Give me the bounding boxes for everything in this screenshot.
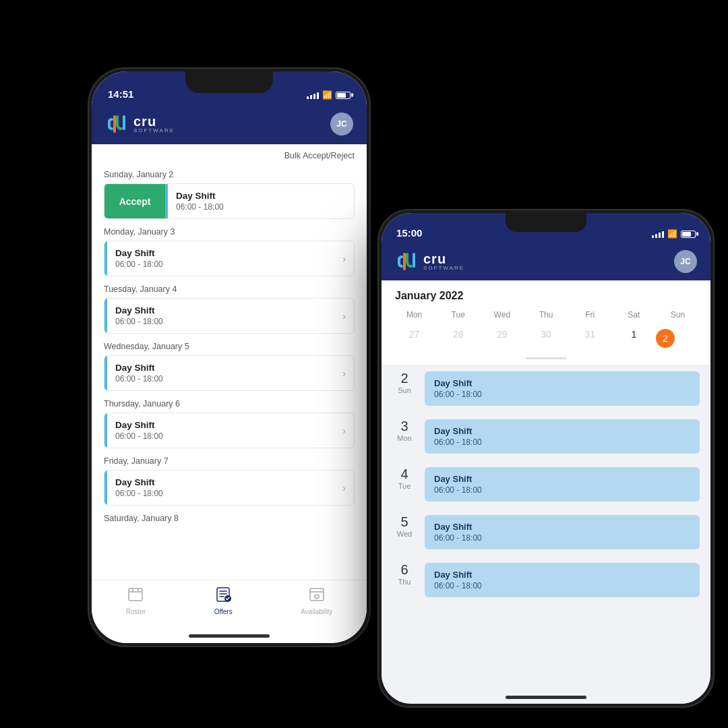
shift-name-1: Day Shift [115,248,334,258]
weekday-sat: Sat [612,307,656,322]
scroll-content-1: Bulk Accept/Reject Sunday, January 2 Acc… [92,144,367,580]
shift-name-2: Day Shift [115,305,334,315]
shift-card-5-0[interactable]: Day Shift 06:00 - 18:00 › [104,470,355,506]
signal-bars-2 [652,230,664,238]
agenda-date-day-3: Wed [392,530,417,538]
tab-offers-label: Offers [214,608,233,615]
shift-time-1: 06:00 - 18:00 [115,260,334,269]
shift-card-1-0[interactable]: Day Shift 06:00 - 18:00 › [104,241,355,276]
agenda-date-num-3: 5 [392,515,417,528]
signal-bar [307,96,309,99]
status-icons-2: 📶 [652,229,696,239]
calendar-weekdays: Mon Tue Wed Thu Fri Sat Sun [382,307,710,322]
logo-icon-2 [395,251,418,272]
day-section-1: Monday, January 3 Day Shift 06:00 - 18:0… [92,222,367,276]
chevron-right-icon-2: › [342,299,354,333]
day-section-6: Saturday, January 8 [92,508,367,527]
agenda-date-day-2: Tue [392,482,417,490]
logo-subtitle-1: SOFTWARE [133,128,175,133]
weekday-wed: Wed [480,307,524,322]
cal-day-30[interactable]: 30 [524,325,568,352]
agenda-shift-name-3: Day Shift [434,522,690,532]
signal-bars-1 [307,91,319,99]
avatar-2[interactable]: JC [674,250,697,273]
agenda-shift-time-4: 06:00 - 18:00 [434,581,690,590]
phone1-inner: 14:51 📶 [92,71,367,643]
signal-bar [662,231,664,238]
weekday-thu: Thu [524,307,568,322]
phone2: 15:00 📶 [377,209,715,708]
battery-fill-1 [337,93,346,98]
cal-day-27[interactable]: 27 [392,325,436,352]
agenda-date-day-0: Sun [392,386,417,394]
agenda-date-2: 4 Tue [392,467,417,490]
chevron-right-icon-4: › [342,413,354,448]
cal-day-1[interactable]: 1 [612,325,656,352]
calendar-header: January 2022 [382,280,710,307]
bulk-action-row[interactable]: Bulk Accept/Reject [92,144,367,164]
cal-day-28[interactable]: 28 [436,325,480,352]
tab-offers[interactable]: Offers [214,587,233,615]
signal-bar [655,234,657,238]
weekday-sun: Sun [656,307,700,322]
agenda-date-4: 6 Thu [392,563,417,586]
agenda-shift-1[interactable]: Day Shift 06:00 - 18:00 [425,419,700,454]
day-section-5: Friday, January 7 Day Shift 06:00 - 18:0… [92,451,367,506]
agenda-shift-time-2: 06:00 - 18:00 [434,485,690,495]
calendar-section: January 2022 Mon Tue Wed Thu Fri Sat Sun… [382,280,710,365]
cal-day-2-selected[interactable]: 2 [656,325,700,352]
agenda-shift-name-2: Day Shift [434,474,690,484]
agenda-row-3: 5 Wed Day Shift 06:00 - 18:00 [382,508,710,556]
logo-text-1: cru [133,115,175,128]
calendar-days: 27 28 29 30 31 1 2 [382,325,710,352]
agenda-shift-0[interactable]: Day Shift 06:00 - 18:00 [425,371,700,406]
logo-text-2: cru [423,252,464,266]
agenda-date-num-2: 4 [392,467,417,481]
day-label-4: Thursday, January 6 [104,394,355,413]
chevron-right-icon-1: › [342,241,354,276]
tab-bar-1: Roster Offers [92,580,367,628]
agenda-shift-4[interactable]: Day Shift 06:00 - 18:00 [425,563,700,597]
agenda-shift-3[interactable]: Day Shift 06:00 - 18:00 [425,515,700,549]
day-label-3: Wednesday, January 5 [104,336,355,355]
cal-day-31[interactable]: 31 [568,325,612,352]
notch-2 [506,213,586,232]
shift-card-4-0[interactable]: Day Shift 06:00 - 18:00 › [104,413,355,448]
agenda-row-0: 2 Sun Day Shift 06:00 - 18:00 [382,365,710,413]
avatar-1[interactable]: JC [330,113,353,135]
phone1: 14:51 📶 [88,67,371,647]
shift-info-5: Day Shift 06:00 - 18:00 [107,471,342,505]
agenda-date-0: 2 Sun [392,371,417,394]
signal-bar [659,233,661,238]
weekday-tue: Tue [436,307,480,322]
day-section-3: Wednesday, January 5 Day Shift 06:00 - 1… [92,336,367,391]
shift-info-2: Day Shift 06:00 - 18:00 [107,299,342,333]
agenda-date-day-4: Thu [392,578,417,586]
logo-subtitle-2: SOFTWARE [423,266,464,271]
shift-name-3: Day Shift [115,363,334,373]
day-label-5: Friday, January 7 [104,451,355,470]
offers-icon [215,587,231,606]
shift-card-0-0: Accept Day Shift 06:00 - 18:00 [104,183,355,219]
tab-availability[interactable]: Availability [301,587,332,615]
cal-day-29[interactable]: 29 [480,325,524,352]
shift-time-2: 06:00 - 18:00 [115,317,334,326]
roster-icon [127,587,144,606]
shift-card-3-0[interactable]: Day Shift 06:00 - 18:00 › [104,355,355,391]
day-section-0: Sunday, January 2 Accept Day Shift 06:00… [92,164,367,219]
signal-bar [313,94,315,99]
battery-icon-1 [336,92,351,99]
weekday-fri: Fri [568,307,612,322]
accept-button-0[interactable]: Accept [104,184,165,218]
wifi-icon-1: 📶 [322,90,332,100]
home-bar-1 [189,634,270,638]
tab-roster[interactable]: Roster [126,587,146,615]
shift-card-2-0[interactable]: Day Shift 06:00 - 18:00 › [104,298,355,334]
day-label-0: Sunday, January 2 [104,164,355,183]
tab-availability-label: Availability [301,608,332,615]
agenda-row-4: 6 Thu Day Shift 06:00 - 18:00 [382,556,710,604]
chevron-right-icon-3: › [342,356,354,390]
agenda-shift-name-4: Day Shift [434,570,690,580]
agenda-shift-2[interactable]: Day Shift 06:00 - 18:00 [425,467,700,502]
signal-bar [310,95,312,99]
